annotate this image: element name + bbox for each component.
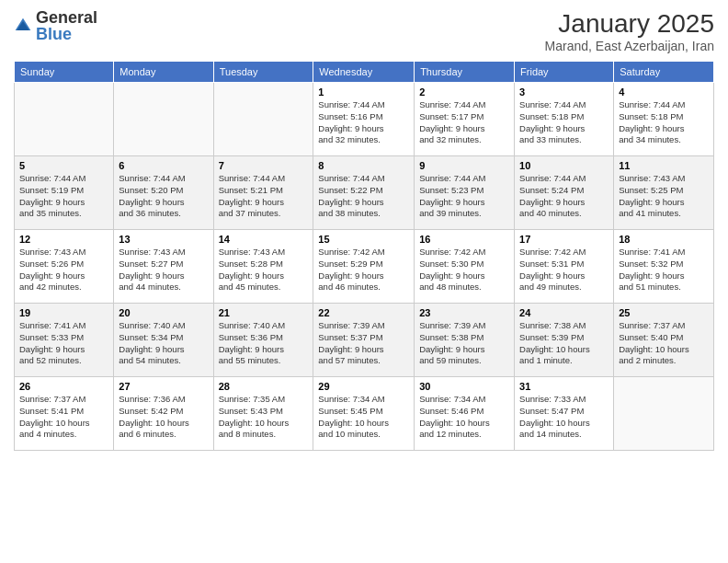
day-number: 8 — [318, 160, 409, 171]
day-info-line: Sunrise: 7:43 AM — [19, 247, 85, 257]
day-info-line: Sunrise: 7:39 AM — [419, 320, 485, 330]
day-number: 4 — [619, 86, 709, 98]
day-info-line: Sunset: 5:19 PM — [19, 185, 84, 195]
day-info-line: Sunset: 5:22 PM — [318, 185, 382, 195]
day-info-line: Sunset: 5:25 PM — [619, 185, 683, 195]
day-info-line: Daylight: 10 hours — [619, 344, 689, 354]
day-info-line: and 36 minutes. — [119, 208, 181, 218]
day-info-line: Daylight: 9 hours — [419, 270, 484, 281]
table-cell: 15Sunrise: 7:42 AMSunset: 5:29 PMDayligh… — [313, 230, 415, 304]
table-cell: 21Sunrise: 7:40 AMSunset: 5:36 PMDayligh… — [213, 304, 313, 377]
day-info-line: Sunset: 5:20 PM — [119, 185, 183, 195]
day-info: Sunrise: 7:44 AMSunset: 5:21 PMDaylight:… — [219, 173, 309, 220]
day-info: Sunrise: 7:44 AMSunset: 5:23 PMDaylight:… — [419, 173, 509, 220]
day-info-line: and 4 minutes. — [19, 429, 76, 439]
day-number: 31 — [519, 381, 609, 392]
table-cell — [213, 83, 313, 156]
day-info-line: Sunset: 5:39 PM — [519, 332, 584, 342]
day-info-line: and 59 minutes. — [419, 355, 482, 365]
table-row: 1Sunrise: 7:44 AMSunset: 5:16 PMDaylight… — [15, 83, 714, 156]
day-number: 24 — [519, 307, 609, 318]
day-info-line: Sunrise: 7:44 AM — [619, 99, 685, 109]
day-info: Sunrise: 7:37 AMSunset: 5:40 PMDaylight:… — [619, 320, 709, 367]
day-info: Sunrise: 7:44 AMSunset: 5:22 PMDaylight:… — [318, 173, 409, 220]
day-number: 30 — [419, 381, 509, 392]
day-info-line: and 45 minutes. — [219, 282, 281, 292]
day-info-line: and 2 minutes. — [619, 355, 676, 365]
day-info: Sunrise: 7:35 AMSunset: 5:43 PMDaylight:… — [219, 394, 309, 441]
logo-text: General Blue — [36, 9, 97, 42]
table-cell: 5Sunrise: 7:44 AMSunset: 5:19 PMDaylight… — [15, 156, 114, 230]
title-block: January 2025 Marand, East Azerbaijan, Ir… — [545, 9, 714, 53]
day-number: 16 — [419, 234, 509, 245]
day-info-line: Daylight: 10 hours — [419, 418, 490, 428]
day-info-line: Daylight: 9 hours — [318, 197, 383, 207]
day-info-line: Sunset: 5:29 PM — [318, 259, 382, 269]
day-info-line: and 52 minutes. — [19, 355, 82, 365]
day-number: 3 — [519, 86, 609, 98]
day-number: 17 — [519, 234, 609, 245]
day-info-line: and 44 minutes. — [119, 282, 181, 292]
day-info-line: and 40 minutes. — [519, 208, 582, 218]
day-info-line: Daylight: 10 hours — [519, 418, 590, 428]
day-number: 14 — [219, 234, 309, 245]
day-info-line: and 37 minutes. — [219, 208, 281, 218]
day-info-line: Daylight: 9 hours — [519, 270, 585, 281]
day-info-line: Daylight: 9 hours — [318, 270, 383, 281]
day-info-line: and 35 minutes. — [19, 208, 82, 218]
day-info-line: Sunset: 5:38 PM — [419, 332, 483, 342]
day-info: Sunrise: 7:44 AMSunset: 5:16 PMDaylight:… — [318, 99, 409, 146]
day-info-line: Sunrise: 7:41 AM — [619, 247, 685, 257]
day-info: Sunrise: 7:34 AMSunset: 5:46 PMDaylight:… — [419, 394, 509, 441]
day-number: 28 — [219, 381, 309, 392]
table-cell: 23Sunrise: 7:39 AMSunset: 5:38 PMDayligh… — [415, 304, 515, 377]
day-number: 13 — [119, 234, 208, 245]
day-info-line: Daylight: 9 hours — [19, 344, 85, 354]
day-info-line: Daylight: 9 hours — [318, 123, 383, 133]
day-info-line: and 55 minutes. — [219, 355, 281, 365]
day-number: 26 — [19, 381, 108, 392]
day-info-line: Sunrise: 7:38 AM — [519, 320, 586, 330]
day-info-line: Daylight: 9 hours — [19, 197, 85, 207]
day-number: 6 — [119, 160, 208, 171]
day-info-line: Sunrise: 7:42 AM — [519, 247, 586, 257]
day-info-line: Daylight: 9 hours — [519, 197, 585, 207]
day-info-line: Sunset: 5:17 PM — [419, 111, 483, 121]
location-subtitle: Marand, East Azerbaijan, Iran — [545, 39, 714, 53]
table-cell: 12Sunrise: 7:43 AMSunset: 5:26 PMDayligh… — [15, 230, 114, 304]
day-info-line: Sunrise: 7:44 AM — [519, 99, 586, 109]
day-info: Sunrise: 7:33 AMSunset: 5:47 PMDaylight:… — [519, 394, 609, 441]
day-info-line: Sunset: 5:24 PM — [519, 185, 584, 195]
day-info-line: Sunrise: 7:44 AM — [119, 173, 185, 183]
day-number: 29 — [318, 381, 409, 392]
col-sunday: Sunday — [15, 62, 114, 83]
day-info: Sunrise: 7:41 AMSunset: 5:32 PMDaylight:… — [619, 247, 709, 293]
day-info-line: Sunset: 5:41 PM — [19, 406, 84, 416]
calendar-page: General Blue January 2025 Marand, East A… — [0, 0, 728, 563]
day-info: Sunrise: 7:37 AMSunset: 5:41 PMDaylight:… — [19, 394, 108, 441]
day-info: Sunrise: 7:40 AMSunset: 5:34 PMDaylight:… — [119, 320, 208, 367]
table-cell: 6Sunrise: 7:44 AMSunset: 5:20 PMDaylight… — [114, 156, 213, 230]
day-info-line: Daylight: 9 hours — [419, 123, 484, 133]
day-number: 15 — [318, 234, 409, 245]
day-info-line: and 32 minutes. — [318, 134, 381, 144]
day-info-line: and 32 minutes. — [419, 134, 482, 144]
col-wednesday: Wednesday — [313, 62, 415, 83]
table-cell: 1Sunrise: 7:44 AMSunset: 5:16 PMDaylight… — [313, 83, 415, 156]
day-info-line: and 39 minutes. — [419, 208, 482, 218]
logo-general: General — [36, 8, 97, 27]
day-number: 27 — [119, 381, 208, 392]
table-cell: 7Sunrise: 7:44 AMSunset: 5:21 PMDaylight… — [213, 156, 313, 230]
day-info-line: Sunset: 5:27 PM — [119, 259, 183, 269]
day-info-line: and 38 minutes. — [318, 208, 381, 218]
day-info-line: Daylight: 9 hours — [318, 344, 383, 354]
day-info-line: Sunrise: 7:44 AM — [419, 99, 485, 109]
table-cell: 25Sunrise: 7:37 AMSunset: 5:40 PMDayligh… — [614, 304, 714, 377]
header: General Blue January 2025 Marand, East A… — [14, 9, 714, 53]
day-info-line: Daylight: 10 hours — [519, 344, 590, 354]
day-info-line: Daylight: 9 hours — [619, 270, 684, 281]
day-info: Sunrise: 7:38 AMSunset: 5:39 PMDaylight:… — [519, 320, 609, 367]
day-info-line: and 14 minutes. — [519, 429, 582, 439]
day-info-line: Sunrise: 7:36 AM — [119, 394, 185, 404]
day-info-line: Sunrise: 7:37 AM — [19, 394, 85, 404]
